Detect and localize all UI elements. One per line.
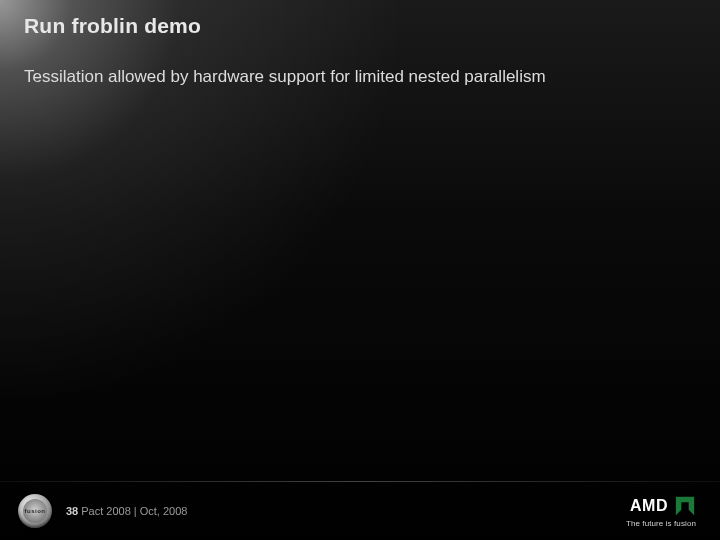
amd-arrow-shape [676, 496, 694, 514]
slide-title: Run froblin demo [24, 14, 696, 38]
slide: Run froblin demo Tessilation allowed by … [0, 0, 720, 540]
fusion-badge-label: fusion [25, 508, 46, 514]
brand-tagline: The future is fusion [626, 520, 696, 528]
page-meta: 38Pact 2008 | Oct, 2008 [66, 505, 187, 517]
brand-name: AMD [630, 498, 668, 514]
amd-arrow-icon [674, 495, 696, 517]
slide-body: Tessilation allowed by hardware support … [24, 66, 680, 88]
page-number: 38 [66, 505, 78, 517]
footer-left: fusion 38Pact 2008 | Oct, 2008 [18, 494, 187, 528]
footer-meta-text: Pact 2008 | Oct, 2008 [81, 505, 187, 517]
brand-block: AMD The future is fusion [626, 495, 696, 528]
footer: fusion 38Pact 2008 | Oct, 2008 AMD The f… [0, 482, 720, 540]
fusion-badge-icon: fusion [18, 494, 52, 528]
